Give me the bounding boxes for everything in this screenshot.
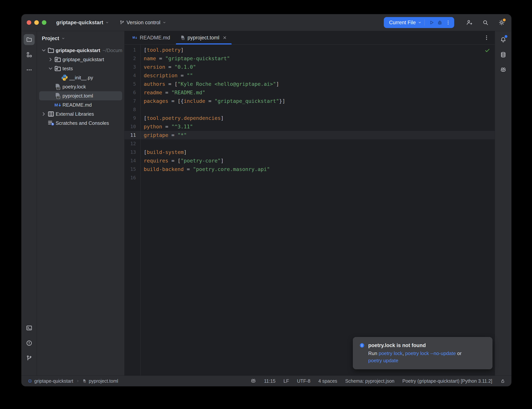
line-number[interactable]: 2 — [125, 56, 140, 61]
cursor-position-widget[interactable]: 11:15 — [264, 378, 276, 384]
toml-file-icon: [T] — [54, 83, 62, 91]
code-text: build-backend = "poetry.core.masonry.api… — [140, 166, 270, 172]
svg-text:[T]: [T] — [56, 87, 61, 90]
project-panel-title: Project — [42, 36, 59, 41]
project-tool-window: Project griptape-quickstart~/Documegript… — [37, 31, 125, 375]
code-line[interactable]: 10python = "^3.11" — [125, 122, 495, 131]
terminal-tool-button[interactable] — [24, 323, 35, 334]
project-selector[interactable]: griptape-quickstart — [56, 20, 109, 26]
notification-text: Run — [368, 351, 379, 356]
schema-widget[interactable]: Schema: pyproject.json — [345, 378, 394, 384]
encoding-widget[interactable]: UTF-8 — [297, 378, 310, 384]
code-line[interactable]: 16 — [125, 173, 495, 182]
code-line[interactable]: 15build-backend = "poetry.core.masonry.a… — [125, 165, 495, 173]
tree-item-poetry-lock[interactable]: [T]poetry.lock — [39, 82, 122, 91]
chevron-down-icon[interactable] — [47, 65, 54, 72]
line-number[interactable]: 11 — [125, 132, 140, 138]
code-line[interactable]: 5authors = ["Kyle Roche <hello@griptape.… — [125, 80, 495, 88]
more-tools-button[interactable] — [24, 64, 35, 75]
line-number[interactable]: 13 — [125, 149, 140, 155]
code-line[interactable]: 14requires = ["poetry-core"] — [125, 156, 495, 165]
line-number[interactable]: 7 — [125, 98, 140, 104]
line-number[interactable]: 9 — [125, 115, 140, 121]
tab-readme-md[interactable]: MREADME.md — [127, 31, 175, 44]
vcs-tool-button[interactable] — [24, 353, 35, 364]
tree-item-readme-md[interactable]: MREADME.md — [39, 100, 122, 110]
code-line[interactable]: 7packages = [{include = "griptape_quicks… — [125, 97, 495, 105]
line-number[interactable]: 14 — [125, 158, 140, 163]
indent-widget[interactable]: 4 spaces — [318, 378, 337, 384]
project-panel-header[interactable]: Project — [37, 34, 124, 43]
line-number[interactable]: 5 — [125, 81, 140, 87]
tree-item-tests[interactable]: tests — [39, 64, 122, 73]
tree-item-init-py[interactable]: __init__.py — [39, 73, 122, 82]
code-line[interactable]: 1[tool.poetry] — [125, 46, 495, 54]
notifications-button[interactable] — [498, 34, 509, 45]
notification-link[interactable]: poetry lock --no-update — [405, 351, 456, 356]
code-text: [tool.poetry.dependencies] — [140, 115, 224, 121]
code-line[interactable]: 8 — [125, 105, 495, 114]
line-number[interactable]: 4 — [125, 73, 140, 78]
notification-link[interactable]: poetry lock — [379, 351, 403, 356]
project-title: griptape-quickstart — [56, 20, 103, 26]
chevron-right-icon — [76, 379, 80, 383]
tree-item-griptape-quickstart-pkg[interactable]: griptape_quickstart — [39, 55, 122, 64]
breadcrumb-file[interactable]: [T]pyproject.toml — [82, 378, 118, 384]
search-button[interactable] — [481, 19, 489, 27]
code-line[interactable]: 13[build-system] — [125, 148, 495, 156]
line-number[interactable]: 8 — [125, 107, 140, 112]
code-line[interactable]: 9[tool.poetry.dependencies] — [125, 114, 495, 122]
code-line[interactable]: 12 — [125, 139, 495, 148]
code-line[interactable]: 11griptape = "*" — [125, 131, 495, 139]
line-number[interactable]: 1 — [125, 47, 140, 53]
code-line[interactable]: 6readme = "README.md" — [125, 88, 495, 97]
ai-assistant-widget[interactable] — [250, 378, 256, 384]
problems-tool-button[interactable] — [24, 338, 35, 349]
settings-button[interactable] — [498, 19, 506, 27]
code-line[interactable]: 3version = "0.1.0" — [125, 63, 495, 71]
svg-text:[T]: [T] — [56, 96, 61, 99]
tab-options-icon[interactable] — [483, 35, 490, 41]
notification-text: , — [403, 351, 405, 356]
tree-item-external-libraries[interactable]: External Libraries — [39, 110, 122, 119]
database-button[interactable] — [498, 49, 509, 60]
code-line[interactable]: 4description = "" — [125, 71, 495, 80]
code-line[interactable]: 2name = "griptape-quickstart" — [125, 54, 495, 63]
tab-pyproject-toml[interactable]: [T]pyproject.toml — [175, 31, 232, 44]
run-button[interactable] — [427, 18, 436, 27]
line-number[interactable]: 3 — [125, 64, 140, 70]
chevron-right-icon[interactable] — [40, 111, 47, 117]
tree-item-label: Scratches and Consoles — [56, 120, 109, 126]
project-tool-button[interactable] — [24, 34, 35, 45]
tree-item-root[interactable]: griptape-quickstart~/Docume — [39, 46, 122, 55]
debug-button[interactable] — [436, 18, 444, 27]
vcs-widget[interactable]: Version control — [119, 20, 166, 26]
line-number[interactable]: 12 — [125, 141, 140, 146]
add-user-button[interactable] — [465, 19, 473, 27]
more-actions-button[interactable] — [444, 18, 452, 27]
notification-link[interactable]: poetry update — [368, 358, 398, 363]
breadcrumb-project[interactable]: griptape-quickstart — [28, 378, 73, 384]
tree-item-scratches[interactable]: Scratches and Consoles — [39, 119, 122, 128]
package-icon — [54, 56, 62, 63]
interpreter-widget[interactable]: Poetry (griptape-quickstart) [Python 3.1… — [402, 378, 492, 384]
package-icon — [54, 65, 62, 72]
line-number[interactable]: 6 — [125, 90, 140, 95]
run-configuration[interactable]: Current File — [384, 17, 454, 28]
close-button[interactable] — [27, 20, 31, 25]
line-number[interactable]: 15 — [125, 167, 140, 172]
line-separator-widget[interactable]: LF — [284, 378, 289, 384]
close-icon[interactable] — [222, 35, 227, 40]
line-number[interactable]: 10 — [125, 124, 140, 129]
editor[interactable]: 1[tool.poetry]2name = "griptape-quicksta… — [125, 45, 495, 375]
ai-assistant-button[interactable] — [498, 64, 509, 75]
inspections-ok-icon[interactable] — [485, 47, 490, 53]
readonly-toggle[interactable] — [500, 379, 505, 384]
chevron-down-icon[interactable] — [40, 47, 47, 54]
zoom-button[interactable] — [42, 20, 46, 25]
line-number[interactable]: 16 — [125, 175, 140, 180]
structure-tool-button[interactable] — [24, 49, 35, 60]
minimize-button[interactable] — [34, 20, 39, 25]
tree-item-pyproject-toml[interactable]: [T]pyproject.toml — [39, 91, 122, 100]
chevron-right-icon[interactable] — [47, 56, 54, 63]
